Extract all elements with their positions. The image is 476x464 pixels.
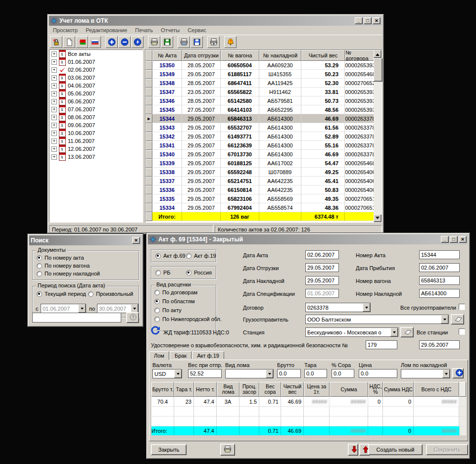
- tree-item[interactable]: +06.06.2007: [49, 97, 143, 105]
- tab-1[interactable]: Лом: [149, 351, 169, 360]
- tree-item[interactable]: +05.06.2007: [49, 90, 143, 97]
- scrollbar-thumb[interactable]: [374, 58, 382, 82]
- scroll-up-button[interactable]: [374, 50, 381, 58]
- certificate-date-field[interactable]: 29.05.2007: [419, 340, 460, 349]
- table-row[interactable]: 1534129.05.200766123639АБ61430055.160000…: [145, 141, 374, 150]
- entry-field[interactable]: 0.0: [277, 369, 301, 378]
- expand-icon[interactable]: +: [51, 139, 57, 144]
- dropdown-icon[interactable]: [442, 370, 450, 378]
- field-value[interactable]: 02.06.2007: [305, 250, 339, 259]
- expand-icon[interactable]: +: [51, 115, 57, 120]
- period-type-option[interactable]: Произвольный: [88, 291, 133, 297]
- expand-icon[interactable]: +: [51, 51, 57, 57]
- entry-field[interactable]: 0.0: [304, 369, 327, 378]
- entry-combobox[interactable]: [401, 369, 450, 378]
- field-value[interactable]: 15344: [419, 250, 460, 259]
- tab-2[interactable]: Брак: [170, 351, 191, 359]
- shipper-combobox[interactable]: ООО Балтэкском: [305, 315, 449, 324]
- table-row[interactable]: 1534828.05.200768647411АА11942552.300000…: [145, 79, 374, 88]
- radio-button[interactable]: [155, 253, 161, 259]
- expand-icon[interactable]: +: [51, 131, 57, 136]
- tree-item[interactable]: +13.06.2007: [49, 153, 143, 161]
- expand-icon[interactable]: +: [51, 91, 57, 96]
- column-header[interactable]: № накладной: [259, 50, 301, 61]
- help-bell-button[interactable]: ?: [224, 36, 237, 48]
- radio-button[interactable]: [154, 317, 160, 322]
- tree-item-label[interactable]: 10.06.2007: [68, 130, 95, 136]
- dropdown-icon[interactable]: [131, 304, 138, 313]
- form-type-option[interactable]: Акт ф.69: [155, 253, 186, 259]
- column-header[interactable]: Сумма: [330, 382, 368, 397]
- form-type-option[interactable]: Акт ф.19: [186, 253, 216, 259]
- country-option[interactable]: Россия: [186, 270, 212, 276]
- dropdown-icon[interactable]: [174, 370, 182, 378]
- table-row[interactable]: 1533729.05.200765214751АА64223545.410000…: [145, 177, 374, 186]
- table-row[interactable]: 1533429.05.200767992404АБ55857448.360000…: [145, 203, 374, 212]
- entry-field[interactable]: 0.0: [359, 369, 397, 378]
- move-down-button[interactable]: [348, 444, 358, 456]
- column-header[interactable]: № Акта: [152, 50, 182, 61]
- period-type-option[interactable]: Текущий период: [37, 291, 86, 297]
- pricing-option[interactable]: По Нижегородской обл.: [154, 316, 222, 322]
- expand-icon[interactable]: +: [51, 154, 57, 160]
- maximize-button[interactable]: □: [364, 17, 372, 24]
- tree-item[interactable]: +02.06.2007: [49, 66, 143, 74]
- close-act-button[interactable]: Закрыть: [151, 444, 187, 455]
- create-new-button[interactable]: Создать новый: [368, 444, 423, 455]
- tree-item[interactable]: +08.06.2007: [49, 113, 143, 121]
- table-row[interactable]: 1534029.05.200767013730АБ61430046.690000…: [145, 150, 374, 159]
- dogovor-combobox[interactable]: 0263378: [305, 303, 371, 312]
- column-header[interactable]: Чистый вес: [281, 382, 304, 397]
- tree-item-label[interactable]: 01.06.2007: [68, 59, 95, 65]
- minimize-button[interactable]: _: [441, 236, 449, 243]
- scrollbar-track[interactable]: [459, 426, 466, 435]
- menu-item-1[interactable]: Просмотр: [49, 27, 82, 33]
- country-option[interactable]: РБ: [155, 270, 171, 276]
- entry-combobox[interactable]: USD: [152, 369, 182, 378]
- tree-item[interactable]: +07.06.2007: [49, 105, 143, 113]
- column-header[interactable]: № договора: [345, 50, 374, 61]
- tree-item-label[interactable]: 12.06.2007: [68, 146, 95, 152]
- station-lookup-button[interactable]: [400, 327, 414, 337]
- expand-icon[interactable]: +: [51, 107, 57, 112]
- print-form-button[interactable]: P: [207, 36, 220, 48]
- field-value[interactable]: 65846313: [419, 276, 460, 285]
- pricing-option[interactable]: По акту: [154, 307, 182, 313]
- column-header[interactable]: Вес сора: [259, 382, 281, 397]
- column-header[interactable]: Чистый вес: [301, 50, 345, 61]
- table-row[interactable]: 1534527.05.200766414103АБ65229548.560000…: [145, 105, 374, 114]
- menu-item-2[interactable]: Редактирование: [82, 27, 131, 33]
- column-header[interactable]: Вид лома: [217, 382, 239, 397]
- expand-icon[interactable]: +: [51, 67, 57, 73]
- menu-item-5[interactable]: Сервис: [184, 27, 210, 33]
- table-row[interactable]: 1534229.05.200761493771АБ61430052.890000…: [145, 132, 374, 141]
- entry-combobox[interactable]: [225, 369, 274, 378]
- radio-button[interactable]: [88, 291, 94, 297]
- menu-item-3[interactable]: Печать: [131, 27, 157, 33]
- tree-item-label[interactable]: 03.06.2007: [68, 75, 95, 81]
- table-row[interactable]: 1533929.05.200760188125АА61700254.470000…: [145, 159, 374, 168]
- save-as-button[interactable]: [190, 36, 203, 48]
- tree-item-label[interactable]: 09.06.2007: [68, 122, 95, 128]
- expand-icon[interactable]: +: [51, 99, 57, 104]
- field-value[interactable]: 29.05.2007: [305, 263, 339, 272]
- scrollbar-track[interactable]: [459, 407, 466, 417]
- column-header[interactable]: № вагона: [221, 50, 259, 61]
- tree-item-label[interactable]: Все акты: [68, 51, 91, 57]
- certificate-number-field[interactable]: 179: [366, 340, 397, 349]
- all-stations-checkbox[interactable]: [459, 328, 465, 335]
- column-header[interactable]: Сумма НДС: [383, 382, 414, 397]
- field-value[interactable]: 01.05.2007: [305, 289, 339, 298]
- table-row[interactable]: 1535028.05.200760650504АА60923053.290000…: [145, 61, 374, 70]
- modify-button[interactable]: [131, 36, 143, 48]
- table-row[interactable]: 1534329.05.200765532707АБ61430061.560000…: [145, 123, 374, 132]
- radio-button[interactable]: [155, 270, 161, 276]
- minimize-button[interactable]: _: [355, 17, 363, 24]
- tree-item-label[interactable]: 04.06.2007: [68, 83, 95, 89]
- tree-item[interactable]: +01.06.2007: [49, 58, 143, 66]
- tree-item[interactable]: +09.06.2007: [49, 121, 143, 129]
- radio-button[interactable]: [154, 290, 160, 295]
- expand-icon[interactable]: +: [51, 146, 57, 152]
- scroll-down-button[interactable]: [374, 214, 381, 222]
- expand-icon[interactable]: +: [51, 83, 57, 89]
